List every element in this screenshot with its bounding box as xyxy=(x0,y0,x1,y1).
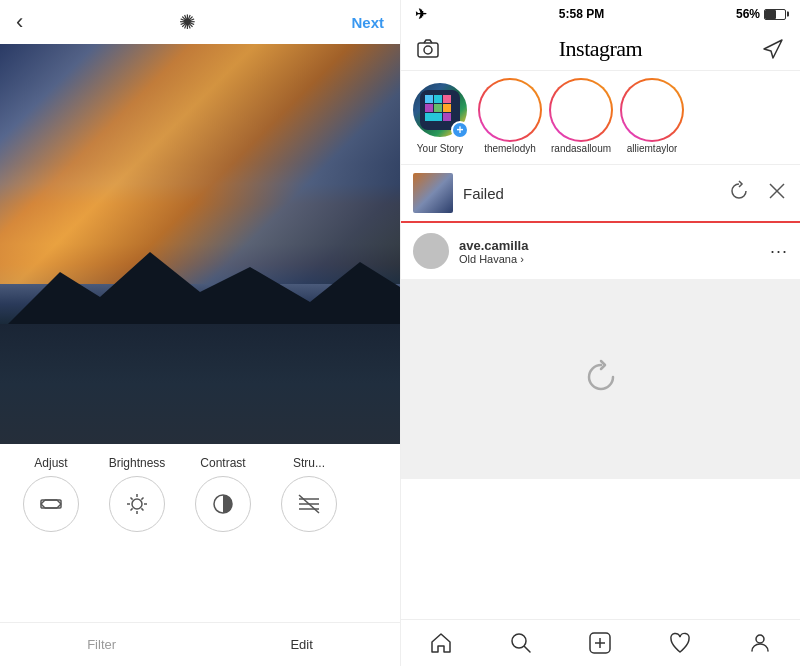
camera-icon xyxy=(417,38,439,60)
heart-nav-button[interactable] xyxy=(667,630,693,656)
svg-line-15 xyxy=(141,498,143,500)
post-header: ave.camilla Old Havana › ··· xyxy=(401,223,800,279)
heart-icon xyxy=(668,631,692,655)
contrast-circle xyxy=(195,476,251,532)
brightness-circle xyxy=(109,476,165,532)
tool-list: Adjust Brightness xyxy=(0,456,400,532)
failed-thumbnail xyxy=(413,173,453,213)
story-themelodyh[interactable]: themelodyh xyxy=(481,81,539,154)
svg-rect-25 xyxy=(434,95,442,103)
svg-line-13 xyxy=(131,498,133,500)
failed-actions xyxy=(728,180,788,206)
battery-area: 56% xyxy=(736,7,786,21)
post-avatar xyxy=(413,233,449,269)
adjust-icon xyxy=(37,490,65,518)
contrast-icon xyxy=(209,490,237,518)
post-username: ave.camilla xyxy=(459,238,760,253)
story-ring-themelodyh xyxy=(478,78,542,142)
profile-nav-button[interactable] xyxy=(747,630,773,656)
search-nav-button[interactable] xyxy=(508,630,534,656)
battery-fill xyxy=(765,10,776,19)
svg-rect-31 xyxy=(443,113,451,121)
adjust-circle xyxy=(23,476,79,532)
retry-icon xyxy=(728,180,750,202)
back-button[interactable]: ‹ xyxy=(16,9,23,35)
edit-tab[interactable]: Edit xyxy=(270,633,332,656)
svg-point-22 xyxy=(424,46,432,54)
filter-tab[interactable]: Filter xyxy=(67,633,136,656)
failed-banner: Failed xyxy=(401,165,800,223)
svg-point-8 xyxy=(132,499,142,509)
svg-point-34 xyxy=(512,634,526,648)
structure-icon xyxy=(295,490,323,518)
left-header: ‹ ✺ Next xyxy=(0,0,400,44)
your-story-avatar-wrap: + xyxy=(411,81,469,139)
send-button[interactable] xyxy=(760,36,786,62)
post-image-area xyxy=(401,279,800,479)
mountain-silhouette xyxy=(0,242,400,332)
send-icon xyxy=(762,38,784,60)
svg-rect-21 xyxy=(418,43,438,57)
airplane-mode-icon: ✈ xyxy=(415,6,427,22)
randasalloum-label: randasalloum xyxy=(551,143,611,154)
status-bar: ✈ 5:58 PM 56% xyxy=(401,0,800,28)
structure-circle xyxy=(281,476,337,532)
tool-contrast[interactable]: Contrast xyxy=(188,456,258,532)
instagram-header: Instagram xyxy=(401,28,800,71)
story-randasalloum[interactable]: randasalloum xyxy=(551,81,611,154)
brightness-icon: ✺ xyxy=(179,10,196,34)
water xyxy=(0,324,400,444)
close-icon xyxy=(766,180,788,202)
svg-rect-28 xyxy=(443,95,451,103)
your-story-label: Your Story xyxy=(417,143,463,154)
themelodyh-label: themelodyh xyxy=(484,143,536,154)
svg-point-39 xyxy=(756,635,764,643)
story-ring-randasalloum xyxy=(549,78,613,142)
randasalloum-avatar-wrap xyxy=(552,81,610,139)
tool-adjust[interactable]: Adjust xyxy=(16,456,86,532)
tool-brightness[interactable]: Brightness xyxy=(102,456,172,532)
loading-spinner xyxy=(581,357,621,401)
photo-preview xyxy=(0,44,400,444)
story-add-button[interactable]: + xyxy=(451,121,469,139)
alliemtaylor-label: alliemtaylor xyxy=(627,143,678,154)
svg-line-35 xyxy=(524,647,530,653)
svg-rect-24 xyxy=(425,95,433,103)
story-your-story[interactable]: + Your Story xyxy=(411,81,469,154)
post-location[interactable]: Old Havana › xyxy=(459,253,760,265)
svg-rect-29 xyxy=(443,104,451,112)
time-display: 5:58 PM xyxy=(559,7,604,21)
svg-line-16 xyxy=(131,508,133,510)
story-alliemtaylor[interactable]: alliemtaylor xyxy=(623,81,681,154)
tools-area: Adjust Brightness xyxy=(0,444,400,540)
battery-percent: 56% xyxy=(736,7,760,21)
battery-icon xyxy=(764,9,786,20)
right-panel: ✈ 5:58 PM 56% Instagram xyxy=(400,0,800,666)
themelodyh-avatar-wrap xyxy=(481,81,539,139)
retry-button[interactable] xyxy=(728,180,750,206)
failed-label: Failed xyxy=(463,185,718,202)
dismiss-button[interactable] xyxy=(766,180,788,206)
camera-button[interactable] xyxy=(415,36,441,62)
svg-rect-26 xyxy=(425,104,433,112)
svg-rect-30 xyxy=(425,113,442,121)
brightness-icon-tool xyxy=(123,490,151,518)
profile-icon xyxy=(748,631,772,655)
add-icon xyxy=(588,631,612,655)
home-nav-button[interactable] xyxy=(428,630,454,656)
svg-line-14 xyxy=(141,508,143,510)
next-button[interactable]: Next xyxy=(351,14,384,31)
search-icon xyxy=(509,631,533,655)
post-user-info: ave.camilla Old Havana › xyxy=(459,238,760,265)
tool-structure[interactable]: Stru... xyxy=(274,456,344,532)
left-bottom-tabs: Filter Edit xyxy=(0,622,400,666)
home-icon xyxy=(429,631,453,655)
alliemtaylor-avatar-wrap xyxy=(623,81,681,139)
instagram-logo: Instagram xyxy=(559,36,642,62)
stories-row: + Your Story themelodyh randasalloum xyxy=(401,71,800,165)
svg-rect-27 xyxy=(434,104,442,112)
svg-marker-0 xyxy=(0,252,400,332)
post-more-button[interactable]: ··· xyxy=(770,241,788,262)
add-nav-button[interactable] xyxy=(587,630,613,656)
refresh-icon-large xyxy=(581,357,621,397)
